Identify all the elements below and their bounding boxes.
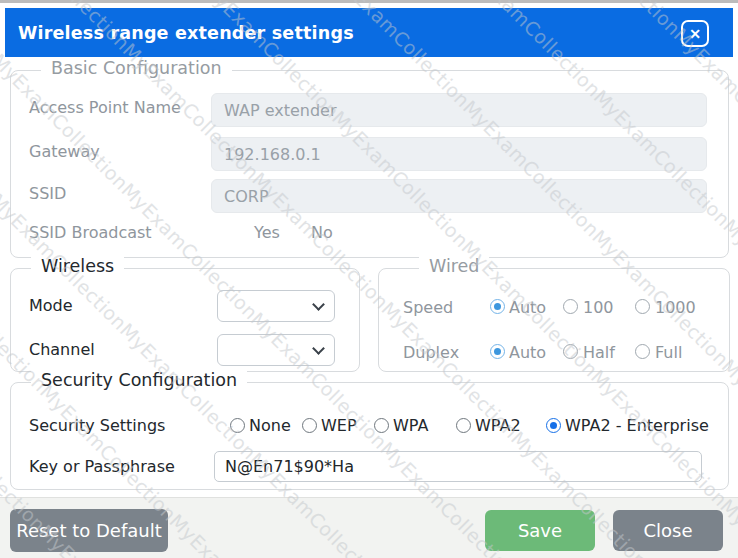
channel-select[interactable]	[217, 334, 335, 366]
chevron-down-icon	[312, 298, 325, 311]
duplex-full-radio	[635, 344, 650, 359]
security-wep-option[interactable]: WEP	[321, 416, 357, 435]
ssid-broadcast-label: SSID Broadcast	[29, 223, 152, 242]
group-wired: Wired Speed Auto 100 1000 Duplex Auto Ha…	[378, 268, 730, 372]
group-wireless: Wireless Mode Channel	[10, 268, 360, 372]
close-button[interactable]: Close	[613, 510, 723, 551]
speed-1000-radio	[635, 299, 650, 314]
speed-auto-option: Auto	[509, 298, 546, 317]
group-basic-configuration: Basic Configuration Access Point Name Ga…	[10, 70, 729, 258]
duplex-label: Duplex	[403, 343, 459, 362]
security-wpa2-radio[interactable]	[456, 418, 471, 433]
key-or-passphrase-field[interactable]	[214, 451, 702, 482]
security-wpa2-enterprise-radio[interactable]	[546, 418, 561, 433]
access-point-name-label: Access Point Name	[29, 98, 181, 117]
security-wpa-option[interactable]: WPA	[393, 416, 428, 435]
gateway-label: Gateway	[29, 142, 100, 161]
group-wired-legend: Wired	[419, 256, 489, 276]
group-security-legend: Security Configuration	[31, 370, 247, 390]
duplex-full-option: Full	[655, 343, 682, 362]
access-point-name-field	[211, 93, 707, 127]
security-wpa-radio[interactable]	[374, 418, 389, 433]
ssid-broadcast-yes-option: Yes	[254, 223, 280, 242]
duplex-half-option: Half	[583, 343, 615, 362]
close-icon[interactable]: ✕	[681, 20, 709, 47]
speed-label: Speed	[403, 298, 453, 317]
security-none-radio[interactable]	[230, 418, 245, 433]
title-bar: Wireless range extender settings ✕	[5, 8, 733, 57]
group-basic-legend: Basic Configuration	[41, 58, 232, 78]
dialog-wireless-extender-settings: Wireless range extender settings ✕ Basic…	[0, 0, 738, 558]
gateway-field	[211, 137, 707, 171]
channel-label: Channel	[29, 340, 95, 359]
ssid-field	[211, 179, 707, 213]
group-security-configuration: Security Configuration Security Settings…	[10, 382, 729, 490]
ssid-broadcast-no-option: No	[311, 223, 333, 242]
security-none-option[interactable]: None	[249, 416, 291, 435]
duplex-half-radio	[563, 344, 578, 359]
key-or-passphrase-label: Key or Passphrase	[29, 457, 175, 476]
ssid-label: SSID	[29, 184, 66, 203]
duplex-auto-option: Auto	[509, 343, 546, 362]
speed-1000-option: 1000	[655, 298, 696, 317]
chevron-down-icon	[312, 342, 325, 355]
window-top-edge	[0, 0, 738, 3]
speed-100-radio	[563, 299, 578, 314]
security-settings-label: Security Settings	[29, 416, 165, 435]
duplex-auto-radio	[490, 344, 505, 359]
security-wpa2-enterprise-option[interactable]: WPA2 - Enterprise	[565, 416, 709, 435]
security-wpa2-option[interactable]: WPA2	[475, 416, 521, 435]
speed-auto-radio	[490, 299, 505, 314]
dialog-title: Wireless range extender settings	[18, 23, 354, 43]
save-button[interactable]: Save	[485, 510, 595, 551]
security-wep-radio[interactable]	[302, 418, 317, 433]
speed-100-option: 100	[583, 298, 614, 317]
mode-label: Mode	[29, 296, 73, 315]
mode-select[interactable]	[217, 290, 335, 322]
group-wireless-legend: Wireless	[31, 256, 124, 276]
footer-bar: Reset to Default Save Close	[0, 497, 738, 558]
reset-to-default-button[interactable]: Reset to Default	[10, 509, 168, 552]
